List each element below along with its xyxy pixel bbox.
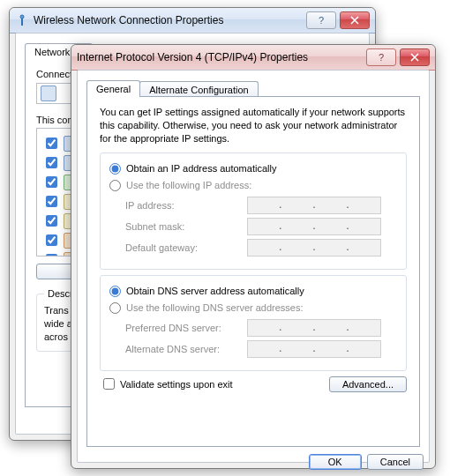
ip-manual-row[interactable]: Use the following IP address: [109,180,397,191]
tab-panel: You can get IP settings assigned automat… [86,96,420,447]
titlebar[interactable]: Internet Protocol Version 4 (TCP/IPv4) P… [71,45,435,71]
ip-auto-row[interactable]: Obtain an IP address automatically [109,163,397,175]
ip-auto-radio[interactable] [109,163,121,175]
validate-row[interactable]: Validate settings upon exit [103,378,233,390]
gateway-label: Default gateway: [125,242,247,253]
dns-auto-radio[interactable] [109,286,121,297]
alternate-dns-input: ... [247,340,381,358]
advanced-button[interactable]: Advanced... [329,376,407,392]
alternate-dns-label: Alternate DNS server: [125,344,247,354]
subnet-mask-field: Subnet mask: ... [125,218,397,235]
checkbox[interactable] [46,176,57,188]
ip-address-label: IP address: [125,200,247,211]
ip-manual-label: Use the following IP address: [126,180,251,190]
dns-manual-radio[interactable] [109,302,121,314]
ok-button[interactable]: OK [309,454,362,470]
checkbox[interactable] [46,254,57,257]
ip-manual-radio[interactable] [109,180,121,191]
svg-text:?: ? [319,16,324,25]
help-button[interactable]: ? [366,48,396,66]
close-button[interactable] [400,48,430,66]
gateway-field: Default gateway: ... [125,239,397,257]
titlebar[interactable]: Wireless Network Connection Properties ? [10,8,375,33]
network-icon [15,13,29,27]
validate-label: Validate settings upon exit [120,379,233,390]
close-button[interactable] [340,11,370,29]
help-button[interactable]: ? [306,11,336,29]
dns-group: Obtain DNS server address automatically … [100,275,407,371]
alternate-dns-field: Alternate DNS server: ... [125,340,397,358]
preferred-dns-input: ... [247,319,381,337]
client-area: General Alternate Configuration You can … [77,70,430,463]
svg-rect-1 [21,19,23,26]
checkbox[interactable] [46,138,57,149]
ipv4-properties-dialog: Internet Protocol Version 4 (TCP/IPv4) P… [71,44,436,469]
tab-alternate[interactable]: Alternate Configuration [139,81,259,97]
validate-checkbox[interactable] [103,378,115,390]
checkbox[interactable] [46,234,57,246]
checkbox[interactable] [46,196,57,207]
dns-manual-label: Use the following DNS server addresses: [126,302,304,313]
intro-text: You can get IP settings assigned automat… [100,106,407,145]
ip-group: Obtain an IP address automatically Use t… [100,152,407,270]
dns-auto-label: Obtain DNS server address automatically [126,286,304,296]
svg-point-0 [20,15,24,19]
ip-address-input: ... [247,197,381,214]
ip-auto-label: Obtain an IP address automatically [126,163,276,174]
checkbox[interactable] [46,215,57,227]
ip-address-field: IP address: ... [125,197,397,214]
title-text: Internet Protocol Version 4 (TCP/IPv4) P… [77,51,363,63]
preferred-dns-field: Preferred DNS server: ... [125,319,397,337]
subnet-mask-label: Subnet mask: [125,221,247,232]
tab-general[interactable]: General [86,80,140,97]
title-text: Wireless Network Connection Properties [34,14,303,26]
preferred-dns-label: Preferred DNS server: [125,323,247,333]
dns-manual-row[interactable]: Use the following DNS server addresses: [109,302,397,314]
gateway-input: ... [247,239,381,257]
checkbox[interactable] [46,157,57,168]
subnet-mask-input: ... [247,218,381,235]
svg-text:?: ? [379,53,384,62]
cancel-button[interactable]: Cancel [367,454,424,470]
adapter-icon [41,86,56,101]
dns-auto-row[interactable]: Obtain DNS server address automatically [109,286,397,297]
